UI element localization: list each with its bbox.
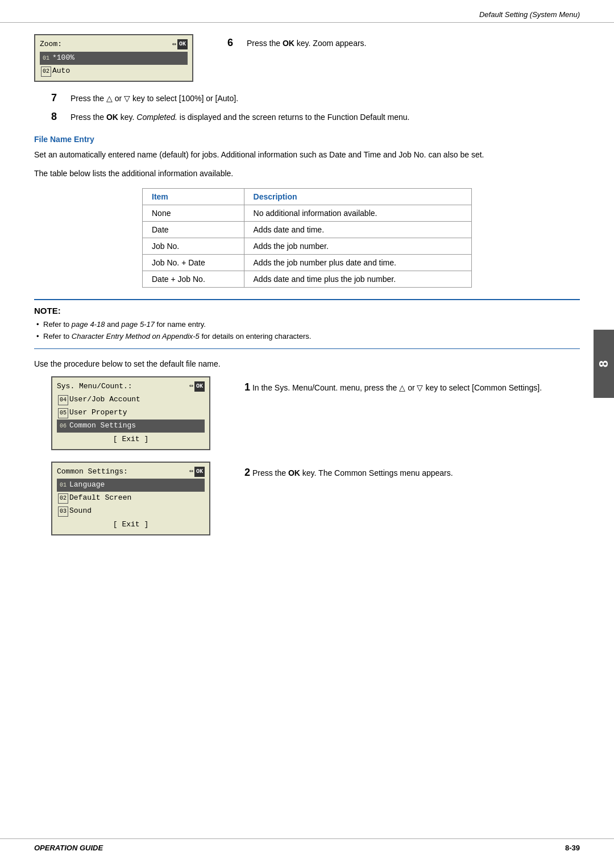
lcd-sysmenu-num1: 04 <box>58 395 68 405</box>
lcd-zoom-title: Zoom: <box>40 39 62 51</box>
common-ok-box: OK <box>194 467 205 477</box>
page-header: Default Setting (System Menu) <box>0 0 614 23</box>
step6-image: Zoom: ⇔ OK 01*100% 02Auto <box>34 34 210 82</box>
step8-row: 8 Press the OK key. Completed. is displa… <box>34 111 580 123</box>
lcd-common-exit: [ Exit ] <box>57 519 205 531</box>
lcd-common-row3: 03Sound <box>57 505 205 518</box>
file-name-entry-para2: The table below lists the additional inf… <box>34 167 580 180</box>
proc-step1-row: Sys. Menu/Count.: ⇔ OK 04User/Job Accoun… <box>34 376 580 450</box>
zoom-arrow-icon: ⇔ <box>172 39 176 50</box>
step6-row: Zoom: ⇔ OK 01*100% 02Auto 6 <box>34 34 580 82</box>
lcd-sysmenu-row2: 05User Property <box>57 406 205 420</box>
proc-step1-inline-num: 1 <box>244 381 250 393</box>
lcd-zoom-row1: 01*100% <box>40 52 188 65</box>
table-cell-desc-1: Adds date and time. <box>244 221 471 238</box>
table-cell-item-1: Date <box>143 221 244 238</box>
step6-text: 6 Press the OK key. Zoom appears. <box>227 34 580 49</box>
note-item-2: Refer to Character Entry Method on Appen… <box>34 331 580 343</box>
proc-step1-image: Sys. Menu/Count.: ⇔ OK 04User/Job Accoun… <box>51 376 227 450</box>
lcd-zoom-num1: 01 <box>41 53 51 64</box>
lcd-common-title: Common Settings: <box>57 466 128 478</box>
lcd-sysmenu-ok: ⇔ OK <box>189 381 205 392</box>
step6-ok-bold: OK <box>283 39 294 48</box>
step7-num: 7 <box>51 92 68 104</box>
table-cell-item-0: None <box>143 205 244 221</box>
note-box: NOTE: Refer to page 4-18 and page 5-17 f… <box>34 299 580 349</box>
step8-num: 8 <box>51 111 68 123</box>
step7-desc: Press the △ or ▽ key to select [100%] or… <box>70 94 238 103</box>
table-cell-desc-3: Adds the job number plus date and time. <box>244 254 471 271</box>
note-item1-italic2: page 5-17 <box>121 320 155 329</box>
note-item2-italic: Character Entry Method on Appendix-5 <box>72 332 200 340</box>
table-row: DateAdds date and time. <box>143 221 472 238</box>
lcd-sysmenu-num2: 05 <box>58 408 68 418</box>
side-tab: 8 <box>594 330 614 398</box>
proc-step2-content: Common Settings: ⇔ OK 01Language 02Defau… <box>51 462 580 535</box>
common-arrow-icon: ⇔ <box>189 466 193 477</box>
proc-step1-desc: 1 In the Sys. Menu/Count. menu, press th… <box>244 376 580 396</box>
lcd-sysmenu-exit: [ Exit ] <box>57 434 205 446</box>
note-item-1: Refer to page 4-18 and page 5-17 for nam… <box>34 319 580 331</box>
lcd-sysmenu: Sys. Menu/Count.: ⇔ OK 04User/Job Accoun… <box>51 376 210 450</box>
proc-step1-content: Sys. Menu/Count.: ⇔ OK 04User/Job Accoun… <box>51 376 580 450</box>
lcd-zoom-ok: ⇔ OK <box>172 39 188 50</box>
lcd-sysmenu-row1: 04User/Job Account <box>57 393 205 406</box>
step8-italic: Completed. <box>136 113 177 122</box>
header-title: Default Setting (System Menu) <box>479 10 580 19</box>
proc-step2-image: Common Settings: ⇔ OK 01Language 02Defau… <box>51 462 227 535</box>
lcd-common-num2: 02 <box>58 493 68 504</box>
step8-desc: Press the OK key. Completed. is displaye… <box>70 113 410 122</box>
step6-num: 6 <box>227 37 244 49</box>
lcd-sysmenu-title: Sys. Menu/Count.: <box>57 381 132 393</box>
page-footer: OPERATION GUIDE 8-39 <box>0 838 614 857</box>
table-cell-item-3: Job No. + Date <box>143 254 244 271</box>
lcd-common: Common Settings: ⇔ OK 01Language 02Defau… <box>51 462 210 535</box>
table-cell-desc-0: No additional information available. <box>244 205 471 221</box>
procedure-intro: Use the procedure below to set the defau… <box>34 359 580 368</box>
table-row: Job No. + DateAdds the job number plus d… <box>143 254 472 271</box>
proc-step2-ok-bold: OK <box>288 468 300 477</box>
note-item1-italic1: page 4-18 <box>72 320 105 329</box>
lcd-zoom-row2: 02Auto <box>40 65 188 78</box>
step8-ok-bold: OK <box>106 113 118 122</box>
table-cell-desc-2: Adds the job number. <box>244 238 471 254</box>
file-name-entry-para1: Set an automatically entered name (defau… <box>34 148 580 161</box>
zoom-ok-box: OK <box>177 39 188 49</box>
table-cell-item-4: Date + Job No. <box>143 271 244 287</box>
lcd-common-ok: ⇔ OK <box>189 466 205 477</box>
step7-row: 7 Press the △ or ▽ key to select [100%] … <box>34 92 580 105</box>
lcd-common-row2: 02Default Screen <box>57 492 205 505</box>
lcd-common-num3: 03 <box>58 506 68 517</box>
note-title: NOTE: <box>34 306 580 315</box>
lcd-common-row1: 01Language <box>57 479 205 492</box>
table-col1-header: Item <box>143 188 244 205</box>
table-cell-desc-4: Adds date and time plus the job number. <box>244 271 471 287</box>
table-row: NoneNo additional information available. <box>143 205 472 221</box>
file-name-table: Item Description NoneNo additional infor… <box>142 188 472 288</box>
step6-desc: Press the OK key. Zoom appears. <box>247 39 367 48</box>
table-row: Job No.Adds the job number. <box>143 238 472 254</box>
footer-left: OPERATION GUIDE <box>34 844 103 852</box>
side-tab-number: 8 <box>596 360 611 367</box>
lcd-common-num1: 01 <box>58 480 68 491</box>
main-content: Zoom: ⇔ OK 01*100% 02Auto 6 <box>0 23 614 558</box>
sysmenu-arrow-icon: ⇔ <box>189 381 193 392</box>
sysmenu-ok-box: OK <box>194 381 205 392</box>
table-col2-header: Description <box>244 188 471 205</box>
page-container: Default Setting (System Menu) 8 Zoom: ⇔ … <box>0 0 614 868</box>
table-cell-item-2: Job No. <box>143 238 244 254</box>
footer-right: 8-39 <box>565 844 580 852</box>
lcd-zoom: Zoom: ⇔ OK 01*100% 02Auto <box>34 34 193 82</box>
lcd-zoom-num2: 02 <box>41 67 51 77</box>
proc-step2-inline-num: 2 <box>244 467 250 478</box>
file-name-entry-heading: File Name Entry <box>34 135 580 144</box>
table-row: Date + Job No.Adds date and time plus th… <box>143 271 472 287</box>
proc-step2-desc: 2 Press the OK key. The Common Settings … <box>244 462 580 481</box>
lcd-sysmenu-num3: 06 <box>58 421 68 431</box>
proc-step2-row: Common Settings: ⇔ OK 01Language 02Defau… <box>34 462 580 535</box>
lcd-sysmenu-row3: 06Common Settings <box>57 420 205 433</box>
